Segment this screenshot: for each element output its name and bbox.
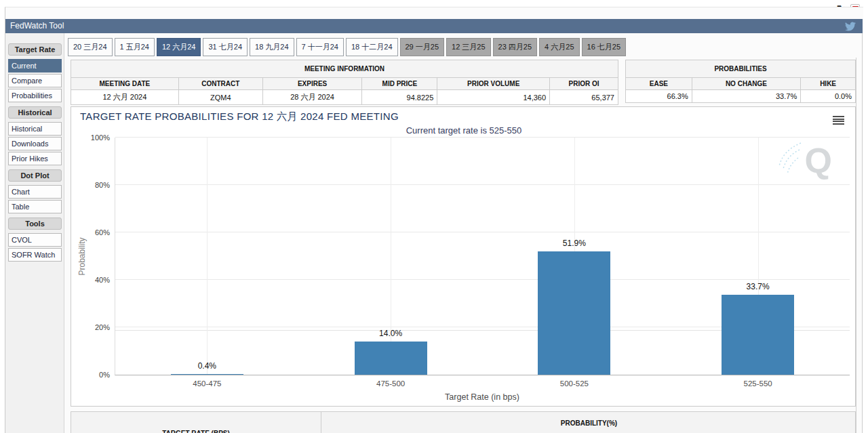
x-axis-category-label: 500-525 (527, 379, 622, 388)
y-axis-tick-label: 20% (81, 323, 110, 331)
table-cell-value: 94.8225 (362, 90, 437, 105)
chart-menu-icon[interactable] (833, 116, 844, 125)
sidebar-section-header: Historical (8, 106, 62, 119)
sidebar-item-table[interactable]: Table (8, 200, 62, 213)
sidebar-item-downloads[interactable]: Downloads (8, 137, 62, 150)
date-tabs: 20 三月241 五月2412 六月2431 七月2418 九月247 十一月2… (68, 38, 626, 56)
y-axis-tick-label: 100% (81, 133, 110, 142)
gridline-horizontal (115, 184, 850, 185)
sidebar-item-compare[interactable]: Compare (8, 74, 62, 87)
chart-subtitle: Current target rate is 525-550 (71, 125, 856, 136)
probability-bar-450-475[interactable] (171, 374, 243, 375)
sidebar-item-chart[interactable]: Chart (8, 185, 62, 199)
quikstrike-watermark: Q (775, 138, 836, 185)
x-axis-category-label: 450-475 (159, 379, 254, 388)
sidebar-item-historical[interactable]: Historical (8, 122, 62, 136)
meeting-info-value-row: 12 六月 2024ZQM428 六月 202494.822514,36065,… (71, 90, 618, 105)
table-column-header: EXPIRES (262, 78, 362, 90)
target-rate-column-header: TARGET RATE (BPS) (71, 412, 321, 433)
y-axis-tick-label: 80% (81, 181, 110, 189)
bar-value-label: 33.7% (717, 282, 799, 291)
bar-value-label: 0.4% (166, 361, 248, 371)
sidebar: Target RateCurrentCompareProbabilitiesHi… (5, 33, 64, 433)
meeting-info-table: MEETING INFORMATION MEETING DATECONTRACT… (71, 60, 618, 105)
x-axis-label: Target Rate (in bps) (115, 392, 850, 402)
probabilities-value-row: 66.3%33.7%0.0% (626, 90, 856, 103)
y-axis-tick-label: 60% (81, 228, 110, 236)
probabilities-table: PROBABILITIES EASENO CHANGEHIKE 66.3%33.… (625, 60, 856, 103)
table-column-header: PRIOR OI (550, 78, 618, 90)
table-cell-value: 65,377 (550, 90, 618, 105)
table-column-header: PRIOR VOLUME (437, 78, 550, 90)
date-tab[interactable]: 12 三月25 (446, 38, 491, 56)
probability-column-header: PROBABILITY(%) (321, 412, 856, 433)
date-tab[interactable]: 18 十二月24 (346, 38, 398, 56)
table-column-header: MEETING DATE (71, 78, 179, 90)
fedwatch-header-bar: FedWatch Tool (5, 19, 863, 33)
date-tab[interactable]: 29 一月25 (400, 38, 445, 56)
sidebar-section-header: Target Rate (8, 43, 62, 56)
plot-area: 0%20%40%60%80%100%0.4%450-47514.0%475-50… (115, 138, 850, 375)
date-tab[interactable]: 20 三月24 (68, 38, 113, 56)
sidebar-item-probabilities[interactable]: Probabilities (8, 89, 62, 102)
bottom-probability-table: TARGET RATE (BPS) PROBABILITY(%) (71, 411, 856, 433)
date-tab[interactable]: 12 六月24 (157, 38, 201, 56)
date-tab[interactable]: 16 七月25 (582, 38, 627, 56)
sidebar-item-cvol[interactable]: CVOL (8, 233, 62, 247)
y-axis-tick-label: 40% (81, 276, 110, 284)
watermark-letter: Q (805, 140, 832, 181)
table-column-header: NO CHANGE (692, 78, 800, 90)
gridline-horizontal (115, 232, 850, 232)
bar-value-label: 14.0% (350, 329, 431, 338)
x-axis-category-label: 525-550 (711, 379, 806, 388)
y-axis-label: Probability (77, 138, 87, 375)
table-cell-value: 33.7% (692, 90, 800, 103)
sidebar-item-sofr-watch[interactable]: SOFR Watch (8, 248, 62, 262)
table-cell-value: 12 六月 2024 (71, 90, 179, 105)
sidebar-section-header: Tools (8, 218, 62, 230)
gridline-vertical (391, 138, 391, 375)
date-tab[interactable]: 1 五月24 (115, 38, 155, 56)
table-cell-value: 0.0% (801, 90, 856, 103)
sidebar-section-header: Dot Plot (8, 169, 62, 182)
sidebar-item-prior-hikes[interactable]: Prior Hikes (8, 152, 62, 165)
gridline-horizontal (115, 279, 850, 280)
gridline-horizontal (115, 137, 850, 138)
date-tab[interactable]: 18 九月24 (250, 38, 294, 56)
probability-bar-525-550[interactable] (722, 295, 794, 375)
probability-bar-475-500[interactable] (355, 342, 427, 375)
x-axis-category-label: 475-500 (343, 379, 438, 388)
chart-title: TARGET RATE PROBABILITIES FOR 12 六月 2024… (80, 110, 399, 123)
probabilities-title: PROBABILITIES (626, 60, 856, 78)
table-cell-value: ZQM4 (178, 90, 262, 105)
table-column-header: CONTRACT (178, 78, 262, 90)
meeting-info-header-row: MEETING DATECONTRACTEXPIRESMID PRICEPRIO… (71, 78, 618, 90)
table-column-header: HIKE (801, 78, 856, 90)
table-cell-value: 66.3% (626, 90, 692, 103)
table-cell-value: 14,360 (437, 90, 550, 105)
bar-value-label: 51.9% (534, 239, 615, 248)
twitter-icon[interactable] (845, 21, 856, 32)
date-tab[interactable]: 31 七月24 (203, 38, 248, 56)
table-cell-value: 28 六月 2024 (262, 90, 362, 105)
meeting-info-title: MEETING INFORMATION (71, 60, 618, 78)
gridline-vertical (207, 138, 208, 375)
panel-divider-line (856, 58, 856, 433)
probabilities-header-row: EASENO CHANGEHIKE (626, 78, 856, 90)
table-column-header: MID PRICE (362, 78, 437, 90)
date-tab[interactable]: 23 四月25 (493, 38, 538, 56)
date-tab[interactable]: 4 六月25 (539, 38, 579, 56)
y-axis-tick-label: 0% (81, 371, 110, 379)
chart-panel: TARGET RATE PROBABILITIES FOR 12 六月 2024… (71, 106, 856, 407)
sidebar-item-current[interactable]: Current (8, 59, 62, 73)
probability-bar-500-525[interactable] (538, 251, 610, 375)
app-title: FedWatch Tool (5, 19, 863, 33)
scrollbar-track[interactable] (862, 33, 863, 433)
table-column-header: EASE (626, 78, 692, 90)
date-tab[interactable]: 7 十一月24 (296, 38, 344, 56)
